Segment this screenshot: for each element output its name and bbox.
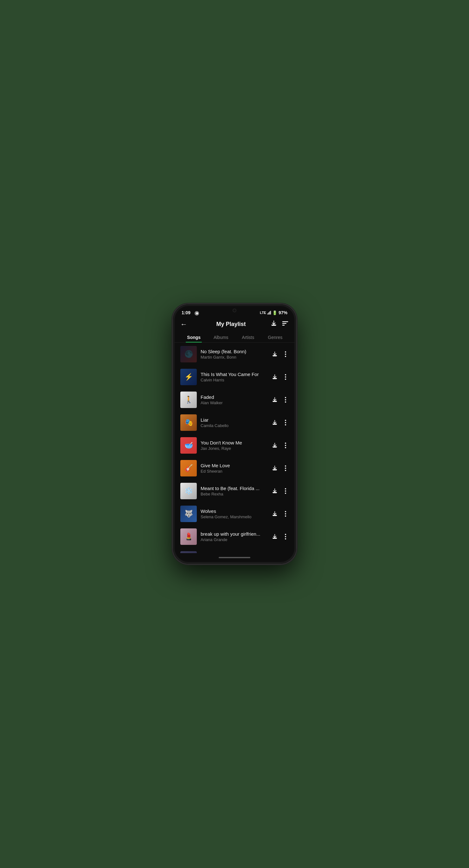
status-left: 1:09 ⏺ [182, 310, 199, 315]
lte-icon: LTE [260, 311, 266, 315]
dot-3 [285, 356, 286, 357]
volume-down-button[interactable] [173, 369, 173, 380]
tab-artists[interactable]: Artists [235, 332, 262, 342]
list-item[interactable]: 🎭 Liar Camila Cabello [175, 411, 294, 434]
battery-symbol: 🔋 [272, 310, 277, 315]
signal-bars [267, 311, 271, 315]
song-actions [271, 488, 289, 494]
song-actions [271, 397, 289, 403]
back-button[interactable]: ← [180, 320, 192, 329]
list-item[interactable]: ❄️ Meant to Be (feat. Florida ... Bebe R… [175, 479, 294, 502]
screen: 1:09 ⏺ LTE 🔋 97% ← My Playlist [175, 306, 294, 562]
home-indicator[interactable] [219, 557, 250, 558]
sort-button[interactable] [282, 320, 289, 329]
more-options-button[interactable] [282, 534, 289, 539]
tab-genres[interactable]: Genres [262, 332, 289, 342]
song-info: No Sleep (feat. Bonn) Martin Garrix, Bon… [201, 349, 268, 360]
more-options-button[interactable] [282, 374, 289, 380]
more-options-button[interactable] [282, 420, 289, 426]
tab-albums[interactable]: Albums [208, 332, 235, 342]
dot-2 [285, 513, 286, 515]
song-artist: Jax Jones, Raye [201, 446, 268, 451]
album-art: 🚶 [180, 392, 197, 408]
dot-3 [285, 447, 286, 448]
song-title: You Don't Know Me [201, 440, 268, 445]
more-options-button[interactable] [282, 442, 289, 448]
dot-2 [285, 353, 286, 355]
download-button[interactable] [271, 442, 278, 448]
dot-2 [285, 468, 286, 469]
list-item[interactable]: 🐺 Wolves Selena Gomez, Marshmello [175, 502, 294, 525]
song-info: Liar Camila Cabello [201, 417, 268, 428]
song-actions [271, 351, 289, 357]
dot-1 [285, 488, 286, 490]
download-button[interactable] [271, 420, 278, 426]
signal-bar-2 [268, 312, 269, 315]
dot-3 [285, 378, 286, 380]
dot-2 [285, 536, 286, 537]
song-info: Meant to Be (feat. Florida ... Bebe Rexh… [201, 486, 268, 496]
download-button[interactable] [271, 511, 278, 517]
download-button[interactable] [271, 465, 278, 471]
more-options-button[interactable] [282, 351, 289, 357]
song-info: This Is What You Came For Calvin Harris [201, 372, 268, 382]
song-title: Faded [201, 394, 268, 400]
download-button[interactable] [271, 397, 278, 403]
battery-percent: 97% [279, 310, 287, 315]
song-actions [271, 374, 289, 380]
song-info: Give Me Love Ed Sheeran [201, 463, 268, 474]
dot-1 [285, 442, 286, 444]
dot-1 [285, 397, 286, 398]
song-artist: Camila Cabello [201, 423, 268, 428]
more-options-button[interactable] [282, 465, 289, 471]
song-actions [271, 511, 289, 517]
album-art: 🥣 [180, 437, 197, 454]
song-title: Wolves [201, 508, 268, 514]
more-options-button[interactable] [282, 397, 289, 403]
song-title: Liar [201, 417, 268, 423]
list-item[interactable]: 🚶 Faded Alan Walker [175, 389, 294, 411]
dot-1 [285, 465, 286, 467]
list-item[interactable]: 🎸 Give Me Love Ed Sheeran [175, 457, 294, 479]
download-button[interactable] [271, 533, 278, 540]
volume-up-button[interactable] [173, 355, 173, 366]
song-actions [271, 465, 289, 471]
power-button[interactable] [296, 361, 296, 378]
dot-3 [285, 516, 286, 517]
song-info: You Don't Know Me Jax Jones, Raye [201, 440, 268, 451]
list-item[interactable]: 💄 break up with your girlfrien... Ariana… [175, 525, 294, 548]
dot-3 [285, 538, 286, 539]
list-item[interactable]: ⚡ This Is What You Came For Calvin Harri… [175, 366, 294, 389]
album-art: 🎭 [180, 414, 197, 431]
tabs: Songs Albums Artists Genres [175, 332, 294, 343]
list-item[interactable]: 🥣 You Don't Know Me Jax Jones, Raye [175, 434, 294, 457]
signal-bar-3 [269, 311, 270, 315]
download-all-button[interactable] [270, 320, 277, 329]
list-item[interactable]: 🎵 Here With Me Marshmello, Chvrches [175, 548, 294, 553]
list-item[interactable]: 🌑 No Sleep (feat. Bonn) Martin Garrix, B… [175, 343, 294, 366]
dot-3 [285, 470, 286, 471]
song-actions [271, 533, 289, 540]
song-actions [271, 442, 289, 448]
song-artist: Bebe Rexha [201, 492, 268, 496]
song-title: Meant to Be (feat. Florida ... [201, 486, 268, 491]
dot-1 [285, 534, 286, 535]
download-button[interactable] [271, 351, 278, 357]
signal-bar-4 [270, 311, 271, 315]
download-button[interactable] [271, 374, 278, 380]
tab-songs[interactable]: Songs [180, 332, 208, 342]
dot-1 [285, 420, 286, 421]
song-artist: Selena Gomez, Marshmello [201, 515, 268, 519]
song-info: break up with your girlfrien... Ariana G… [201, 531, 268, 542]
more-options-button[interactable] [282, 511, 289, 517]
song-list: 🌑 No Sleep (feat. Bonn) Martin Garrix, B… [175, 343, 294, 553]
more-options-button[interactable] [282, 488, 289, 494]
song-title: This Is What You Came For [201, 372, 268, 377]
album-art: 🎸 [180, 460, 197, 476]
dot-2 [285, 490, 286, 492]
dot-1 [285, 351, 286, 352]
download-button[interactable] [271, 488, 278, 494]
song-artist: Calvin Harris [201, 378, 268, 382]
dot-2 [285, 376, 286, 378]
song-actions [271, 420, 289, 426]
